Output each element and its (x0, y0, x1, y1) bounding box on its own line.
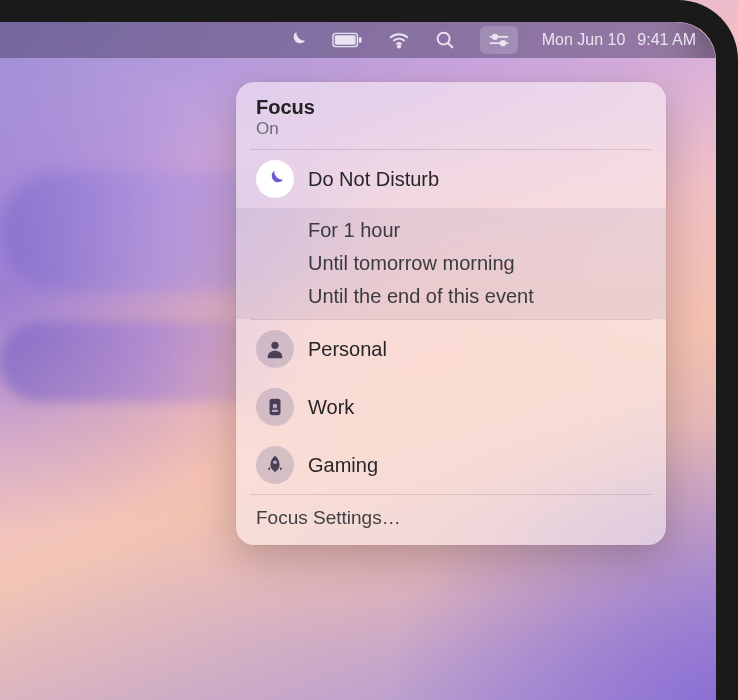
duration-option-event-end[interactable]: Until the end of this event (236, 280, 666, 313)
spotlight-icon[interactable] (434, 29, 456, 51)
duration-option-tomorrow[interactable]: Until tomorrow morning (236, 247, 666, 280)
menu-bar-time: 9:41 AM (637, 31, 696, 49)
menu-bar-clock[interactable]: Mon Jun 10 9:41 AM (542, 31, 696, 49)
control-center-icon[interactable] (480, 26, 518, 54)
focus-settings-link[interactable]: Focus Settings… (236, 495, 666, 545)
focus-panel: Focus On Do Not Disturb For 1 hour Until… (236, 82, 666, 545)
focus-duration-options: For 1 hour Until tomorrow morning Until … (236, 208, 666, 319)
svg-rect-1 (335, 35, 356, 44)
focus-mode-gaming[interactable]: Gaming (236, 436, 666, 494)
svg-point-7 (492, 35, 497, 40)
svg-point-3 (398, 45, 400, 47)
focus-mode-label: Do Not Disturb (308, 168, 439, 191)
svg-line-5 (448, 43, 452, 47)
focus-mode-dnd[interactable]: Do Not Disturb (236, 150, 666, 208)
focus-mode-label: Work (308, 396, 354, 419)
duration-option-1hour[interactable]: For 1 hour (236, 214, 666, 247)
rocket-icon (256, 446, 294, 484)
focus-status-icon[interactable] (286, 29, 308, 51)
focus-mode-label: Gaming (308, 454, 378, 477)
focus-mode-work[interactable]: Work (236, 378, 666, 436)
focus-panel-title: Focus (256, 96, 646, 119)
svg-point-10 (271, 342, 278, 349)
person-icon (256, 330, 294, 368)
moon-icon (256, 160, 294, 198)
svg-point-12 (273, 404, 278, 409)
badge-icon (256, 388, 294, 426)
svg-rect-2 (359, 37, 362, 43)
focus-panel-status: On (256, 119, 646, 139)
svg-rect-13 (272, 410, 278, 412)
wifi-icon[interactable] (388, 29, 410, 51)
svg-point-14 (273, 460, 277, 464)
focus-panel-header: Focus On (236, 82, 666, 149)
battery-icon[interactable] (332, 29, 364, 51)
menu-bar-date: Mon Jun 10 (542, 31, 626, 49)
focus-mode-label: Personal (308, 338, 387, 361)
focus-mode-personal[interactable]: Personal (236, 320, 666, 378)
svg-point-9 (500, 41, 505, 46)
menu-bar: Mon Jun 10 9:41 AM (0, 22, 716, 58)
